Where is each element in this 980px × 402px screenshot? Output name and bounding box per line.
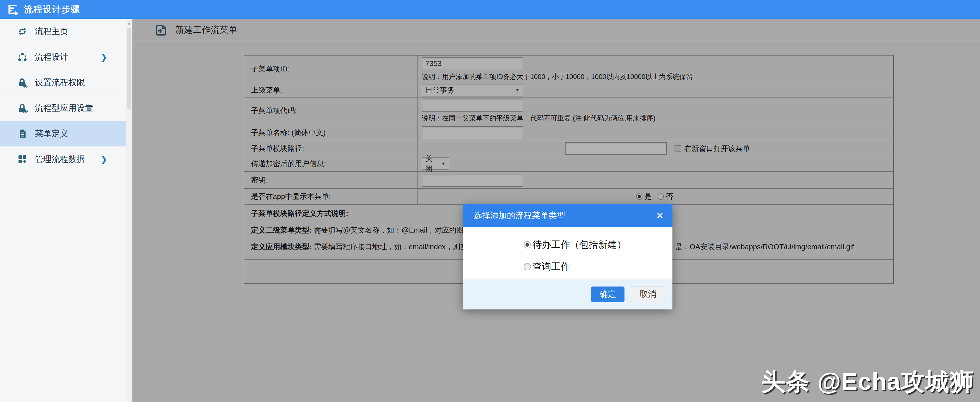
sidebar-item-label: 设置流程权限 (35, 77, 85, 88)
sidebar-item-label: 流程型应用设置 (35, 102, 93, 114)
option-query-work[interactable]: 查询工作 (523, 260, 570, 273)
sidebar-item-menu-definition[interactable]: 菜单定义 (0, 121, 126, 147)
modal-footer: 确定 取消 (463, 279, 673, 309)
sidebar: 流程主页 流程设计 ❯ 设置流程权限 (0, 19, 126, 402)
chevron-right-icon: ❯ (100, 52, 107, 62)
scroll-up-arrow-icon[interactable]: ▲ (126, 21, 132, 25)
select-menu-type-modal: 选择添加的流程菜单类型 ✕ 待办工作（包括新建） 查询工作 确定 取消 (463, 204, 673, 309)
modal-body: 待办工作（包括新建） 查询工作 (463, 227, 673, 279)
confirm-button[interactable]: 确定 (591, 287, 625, 302)
sidebar-item-app-settings[interactable]: 流程型应用设置 (0, 96, 126, 121)
close-icon[interactable]: ✕ (656, 211, 664, 220)
option-label: 查询工作 (533, 260, 570, 273)
modal-title: 选择添加的流程菜单类型 (474, 210, 656, 221)
chevron-right-icon: ❯ (100, 154, 107, 164)
option-pending-work[interactable]: 待办工作（包括新建） (523, 238, 626, 251)
lock-gear-icon (17, 77, 28, 88)
sidebar-scrollbar[interactable]: ▲ (126, 19, 132, 402)
modal-header: 选择添加的流程菜单类型 ✕ (463, 204, 673, 227)
option-label: 待办工作（包括新建） (533, 238, 626, 251)
process-home-icon (17, 26, 28, 37)
sidebar-item-manage-process-data[interactable]: 管理流程数据 ❯ (0, 147, 126, 172)
watermark: 头条 @Echa攻城狮 (761, 365, 974, 398)
sidebar-item-label: 流程主页 (35, 26, 68, 37)
flow-logo-icon (7, 3, 19, 16)
sidebar-item-process-home[interactable]: 流程主页 (0, 19, 126, 44)
query-work-radio[interactable] (523, 263, 531, 270)
cancel-button[interactable]: 取消 (631, 287, 665, 302)
sidebar-item-label: 菜单定义 (35, 128, 68, 139)
sidebar-item-process-design[interactable]: 流程设计 ❯ (0, 44, 126, 70)
sidebar-item-label: 管理流程数据 (35, 153, 85, 165)
sidebar-item-set-permissions[interactable]: 设置流程权限 (0, 70, 126, 96)
scrollbar-thumb[interactable] (127, 28, 131, 109)
process-design-icon (17, 52, 28, 62)
pending-work-radio[interactable] (523, 241, 531, 249)
app-title: 流程设计步骤 (24, 3, 80, 15)
document-icon (17, 129, 28, 139)
lock-gear-icon (17, 103, 28, 113)
grid-icon (17, 154, 28, 164)
top-header-bar: 流程设计步骤 (0, 0, 980, 19)
sidebar-item-label: 流程设计 (35, 51, 68, 63)
